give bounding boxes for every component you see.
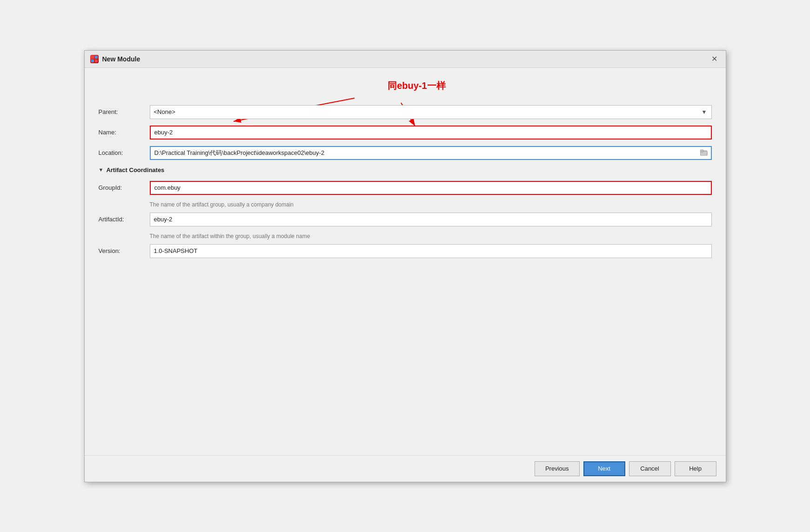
artifactid-row: ArtifactId: — [99, 213, 712, 226]
parent-label: Parent: — [99, 108, 150, 115]
version-input[interactable] — [150, 244, 712, 258]
artifact-coordinates-section-header: ▼ Artifact Coordinates — [99, 166, 712, 173]
name-input[interactable] — [150, 126, 712, 140]
title-bar-left: New Module — [90, 55, 141, 63]
body-spacer — [99, 265, 712, 451]
version-label: Version: — [99, 247, 150, 254]
groupid-input-wrapper — [150, 181, 712, 195]
location-row: Location: — [99, 146, 712, 160]
artifactid-input-wrapper — [150, 213, 712, 226]
browse-folder-button[interactable] — [698, 148, 710, 158]
new-module-dialog: New Module ✕ 同ebuy-1一样 — [84, 50, 726, 482]
location-label: Location: — [99, 149, 150, 156]
name-label: Name: — [99, 129, 150, 136]
groupid-label: GroupId: — [99, 184, 150, 191]
annotation-text: 同ebuy-1一样 — [388, 80, 445, 92]
close-button[interactable]: ✕ — [709, 54, 720, 64]
help-button[interactable]: Help — [675, 461, 716, 476]
dialog-footer: Previous Next Cancel Help — [85, 455, 726, 482]
location-input-wrapper — [150, 146, 712, 160]
groupid-row: GroupId: — [99, 181, 712, 195]
artifactid-label: ArtifactId: — [99, 216, 150, 223]
cancel-button[interactable]: Cancel — [629, 461, 671, 476]
svg-rect-3 — [95, 60, 98, 62]
location-input[interactable] — [150, 146, 712, 160]
svg-rect-8 — [700, 150, 703, 152]
parent-row: Parent: <None> ▼ — [99, 105, 712, 119]
artifactid-hint: The name of the artifact within the grou… — [150, 233, 712, 239]
previous-button[interactable]: Previous — [535, 461, 580, 476]
groupid-hint: The name of the artifact group, usually … — [150, 201, 712, 208]
title-bar: New Module ✕ — [85, 51, 726, 68]
svg-rect-1 — [95, 56, 98, 59]
artifactid-input[interactable] — [150, 213, 712, 226]
svg-rect-0 — [91, 56, 94, 59]
name-input-wrapper — [150, 126, 712, 140]
dialog-title: New Module — [102, 55, 141, 63]
name-row: Name: — [99, 126, 712, 140]
dialog-body: 同ebuy-1一样 Parent: <None> — [85, 68, 726, 455]
version-row: Version: — [99, 244, 712, 258]
version-input-wrapper — [150, 244, 712, 258]
collapse-arrow-icon[interactable]: ▼ — [99, 167, 104, 173]
app-icon — [90, 55, 99, 63]
svg-rect-2 — [91, 60, 94, 62]
parent-select-wrapper: <None> ▼ — [150, 105, 712, 119]
next-button[interactable]: Next — [583, 461, 625, 476]
parent-select[interactable]: <None> — [150, 105, 712, 119]
annotation-area: 同ebuy-1一样 — [99, 77, 712, 105]
groupid-input[interactable] — [150, 181, 712, 195]
section-title: Artifact Coordinates — [106, 166, 164, 173]
